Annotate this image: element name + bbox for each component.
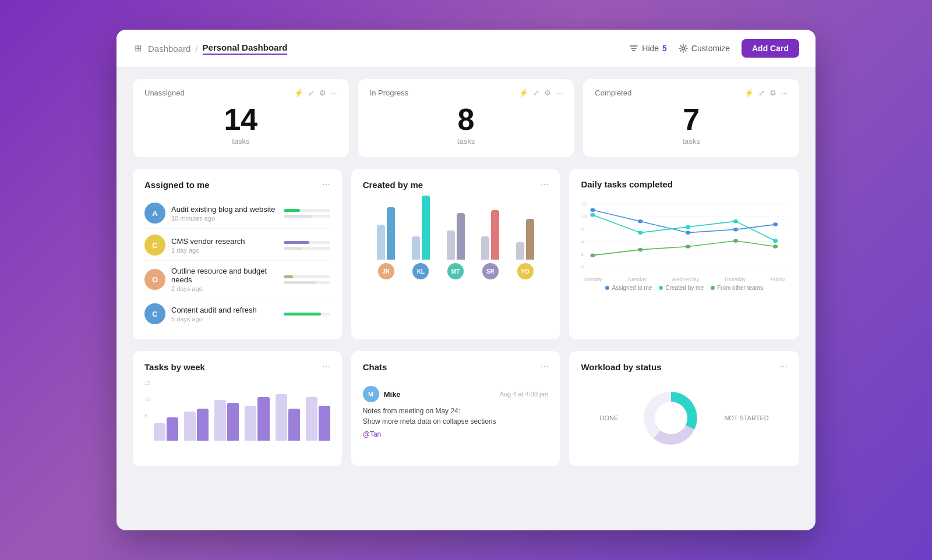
svg-point-19 xyxy=(638,231,643,235)
more-icon[interactable]: ··· xyxy=(331,88,337,97)
settings-icon[interactable]: ⚙ xyxy=(319,88,326,97)
task-time: 5 days ago xyxy=(171,316,278,322)
legend-item: From other teams xyxy=(711,285,763,291)
svg-text:11: 11 xyxy=(581,201,587,207)
avatar: MT xyxy=(447,263,464,279)
task-name: Audit existing blog and website xyxy=(171,205,278,214)
svg-point-0 xyxy=(682,47,684,50)
svg-text:8: 8 xyxy=(581,226,584,232)
hide-button[interactable]: Hide 5 xyxy=(629,44,667,53)
main-container: ⊞ Dashboard / Personal Dashboard Hide 5 … xyxy=(116,30,816,530)
stat-title-unassigned: Unassigned xyxy=(144,88,185,97)
add-card-button[interactable]: Add Card xyxy=(742,39,799,58)
svg-point-25 xyxy=(686,244,690,249)
task-name: CMS vendor research xyxy=(171,237,278,246)
stat-card-completed: Completed ⚡ ⤢ ⚙ ··· 7 tasks xyxy=(583,79,799,157)
legend-item: Assigned to me xyxy=(605,285,652,291)
svg-point-16 xyxy=(733,228,738,232)
task-progress xyxy=(284,209,330,218)
more-icon-2[interactable]: ··· xyxy=(556,88,562,97)
week-bar-group xyxy=(276,394,300,441)
bar-col: SR xyxy=(481,190,499,279)
svg-point-21 xyxy=(733,219,738,224)
assigned-menu-btn[interactable]: ··· xyxy=(322,179,330,190)
week-menu-btn[interactable]: ··· xyxy=(322,361,330,372)
expand-icon[interactable]: ⤢ xyxy=(308,88,315,97)
more-icon-3[interactable]: ··· xyxy=(781,88,788,97)
chat-avatar: M xyxy=(363,386,379,402)
stat-controls-2: ⚡ ⤢ ⚙ ··· xyxy=(519,88,562,97)
workload-menu-btn[interactable]: ··· xyxy=(780,361,788,372)
task-progress xyxy=(284,313,330,316)
svg-text:4: 4 xyxy=(581,252,584,257)
settings-icon-3[interactable]: ⚙ xyxy=(769,88,776,97)
svg-point-24 xyxy=(638,248,643,252)
settings-icon-2[interactable]: ⚙ xyxy=(544,88,551,97)
stat-controls-3: ⚡ ⤢ ⚙ ··· xyxy=(744,88,788,97)
task-progress xyxy=(284,241,330,250)
chats-menu-btn[interactable]: ··· xyxy=(541,361,548,372)
filter-icon-2[interactable]: ⚡ xyxy=(519,88,528,97)
tasks-by-week-title: Tasks by week xyxy=(144,362,205,372)
task-progress xyxy=(284,275,330,284)
pie-chart: DONE NOT STARTED xyxy=(581,380,788,456)
avatar: JR xyxy=(378,263,394,279)
task-time: 2 days ago xyxy=(171,285,278,292)
stat-label-unassigned: tasks xyxy=(144,137,337,146)
chat-mention[interactable]: @Tan xyxy=(363,430,382,438)
task-info: CMS vendor research 1 day ago xyxy=(171,237,278,254)
header-actions: Hide 5 Customize Add Card xyxy=(629,39,799,58)
breadcrumb-separator: / xyxy=(195,44,197,54)
week-bar-group xyxy=(245,397,269,441)
stat-card-inprogress: In Progress ⚡ ⤢ ⚙ ··· 8 tasks xyxy=(358,79,574,157)
workload-title: Workload by status xyxy=(581,362,661,372)
breadcrumb-current: Personal Dashboard xyxy=(203,42,288,55)
stat-card-unassigned: Unassigned ⚡ ⤢ ⚙ ··· 14 tasks xyxy=(133,79,349,157)
assigned-title: Assigned to me xyxy=(144,180,210,190)
created-menu-btn[interactable]: ··· xyxy=(541,179,548,190)
task-time: 10 minutes ago xyxy=(171,215,278,222)
svg-point-17 xyxy=(773,222,778,226)
task-name: Content audit and refresh xyxy=(171,306,278,314)
daily-tasks-title: Daily tasks completed xyxy=(581,179,673,189)
line-chart: 11 10 8 6 4 2 xyxy=(581,197,788,285)
chats-card: Chats ··· M Mike Aug 4 at 4:00 pm Notes … xyxy=(351,351,560,466)
svg-point-23 xyxy=(591,253,595,257)
created-by-me-card: Created by me ··· JR xyxy=(351,169,560,339)
created-title: Created by me xyxy=(363,180,423,190)
stat-number-inprogress: 8 xyxy=(370,104,563,134)
expand-icon-2[interactable]: ⤢ xyxy=(533,88,539,97)
chart-legend: Assigned to me Created by me From other … xyxy=(581,285,788,291)
svg-text:10: 10 xyxy=(581,214,587,219)
breadcrumb-parent[interactable]: Dashboard xyxy=(148,44,190,54)
chats-title: Chats xyxy=(363,362,387,372)
customize-button[interactable]: Customize xyxy=(679,44,730,53)
task-item: O Outline resource and budget needs 2 da… xyxy=(144,262,330,297)
avatar: O xyxy=(144,269,165,290)
avatar: SR xyxy=(482,263,499,279)
expand-icon-3[interactable]: ⤢ xyxy=(758,88,765,97)
stat-label-inprogress: tasks xyxy=(370,137,563,146)
task-time: 1 day ago xyxy=(171,247,278,254)
svg-text:2: 2 xyxy=(581,264,584,270)
avatar: A xyxy=(144,203,165,224)
chart-labels: Monday Tuesday Wednesday Thursday Friday xyxy=(581,277,788,282)
svg-point-28 xyxy=(655,402,687,434)
task-item: A Audit existing blog and website 10 min… xyxy=(144,198,330,229)
task-info: Content audit and refresh 5 days ago xyxy=(171,306,278,322)
stat-number-unassigned: 14 xyxy=(144,104,337,134)
filter-icon[interactable]: ⚡ xyxy=(294,88,303,97)
stat-title-inprogress: In Progress xyxy=(370,88,408,97)
svg-point-22 xyxy=(773,239,778,243)
dashboard-icon: ⊞ xyxy=(133,43,143,54)
task-info: Outline resource and budget needs 2 days… xyxy=(171,267,278,292)
bar-col: YO xyxy=(516,190,534,279)
content: Unassigned ⚡ ⤢ ⚙ ··· 14 tasks In Progres… xyxy=(116,68,816,478)
filter-icon-3[interactable]: ⚡ xyxy=(744,88,754,97)
breadcrumb: ⊞ Dashboard / Personal Dashboard xyxy=(133,42,287,55)
stat-controls: ⚡ ⤢ ⚙ ··· xyxy=(294,88,337,97)
chat-time: Aug 4 at 4:00 pm xyxy=(500,391,549,398)
week-bar-group xyxy=(184,409,209,441)
stat-title-completed: Completed xyxy=(595,88,631,97)
week-bar-group xyxy=(154,417,178,441)
